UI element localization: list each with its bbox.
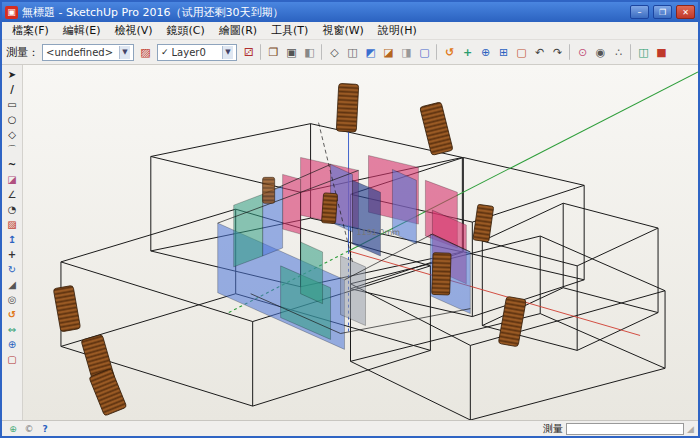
tape-measure-tool-icon[interactable]: ∠: [2, 187, 22, 202]
resize-grip[interactable]: ◢: [687, 424, 694, 434]
geolocation-icon[interactable]: ⊕: [6, 422, 20, 435]
freehand-tool-icon[interactable]: ~: [2, 157, 22, 172]
polygon-tool-icon[interactable]: ◇: [2, 127, 22, 142]
scale-tool-icon[interactable]: ◢: [2, 277, 22, 292]
monochrome-style-icon[interactable]: ◨: [398, 43, 415, 61]
pan-tool-icon[interactable]: ⇔: [2, 322, 22, 337]
status-bar: ⊕ © ? 測量 ◢: [2, 420, 698, 436]
toolbar-separator: [436, 44, 438, 60]
edit-component-icon[interactable]: ◧: [301, 43, 318, 61]
help-icon[interactable]: ?: [38, 422, 52, 435]
menu-item[interactable]: 檔案(F): [5, 22, 56, 39]
pan-icon[interactable]: +: [459, 43, 476, 61]
dice-icon[interactable]: ⚂: [240, 43, 257, 61]
zoom-icon[interactable]: ⊕: [477, 43, 494, 61]
previous-view-icon[interactable]: ↶: [531, 43, 548, 61]
measurement-label: 測量: [543, 422, 563, 436]
offset-tool-icon[interactable]: ◎: [2, 292, 22, 307]
gray-wall: [341, 256, 366, 326]
layer-combobox[interactable]: ✓ Layer0 ▼: [157, 44, 237, 61]
look-around-icon[interactable]: ◉: [592, 43, 609, 61]
red-material-icon[interactable]: ■: [653, 43, 670, 61]
paint-bucket-icon[interactable]: ▨: [137, 43, 154, 61]
paint-bucket-tool-icon[interactable]: ▨: [2, 217, 22, 232]
statusbar-icon-group: ⊕ © ?: [6, 422, 52, 435]
orbit-tool-icon[interactable]: ↺: [2, 307, 22, 322]
viewport-canvas[interactable]: 1191.0mm: [23, 65, 698, 420]
main-toolbar: 測量： <undefined> ▼ ▨ ✓ Layer0 ▼ ⚂ ❐ ▣ ◧: [2, 40, 698, 65]
minimize-button[interactable]: –: [630, 5, 649, 19]
hidden-line-style-icon[interactable]: ◫: [344, 43, 361, 61]
shaded-style-icon[interactable]: ◩: [362, 43, 379, 61]
sketchup-window: ▣ 無標題 - SketchUp Pro 2016（试用还剩30天到期） – ❐…: [0, 0, 700, 438]
menu-item[interactable]: 檢視(V): [107, 22, 159, 39]
section-plane-icon[interactable]: ◫: [635, 43, 652, 61]
walk-icon[interactable]: ∴: [610, 43, 627, 61]
layer-combobox-value: Layer0: [172, 47, 206, 58]
measurement-input[interactable]: [566, 423, 684, 435]
line-tool-icon[interactable]: /: [2, 82, 22, 97]
menu-item[interactable]: 視窗(W): [315, 22, 370, 39]
rectangle-tool-icon[interactable]: ▭: [2, 97, 22, 112]
titlebar[interactable]: ▣ 無標題 - SketchUp Pro 2016（试用还剩30天到期） – ❐…: [2, 2, 698, 22]
zoom-extents-icon[interactable]: ▢: [513, 43, 530, 61]
menu-item[interactable]: 編輯(E): [56, 22, 108, 39]
position-camera-icon[interactable]: ⊙: [574, 43, 591, 61]
toolbar-separator: [630, 44, 632, 60]
shaded-textures-style-icon[interactable]: ◪: [380, 43, 397, 61]
chevron-down-icon[interactable]: ▼: [222, 46, 233, 59]
push-pull-tool-icon[interactable]: ↥: [2, 232, 22, 247]
maximize-button[interactable]: ❐: [653, 5, 672, 19]
zoom-window-icon[interactable]: ⊞: [495, 43, 512, 61]
arc-tool-icon[interactable]: ⌒: [2, 142, 22, 157]
navy-wall: [353, 180, 381, 256]
measure-combobox[interactable]: <undefined> ▼: [42, 44, 134, 61]
measurement-tooltip: 1191.0mm: [357, 228, 401, 237]
chevron-down-icon[interactable]: ▼: [119, 46, 130, 59]
menubar: 檔案(F) 編輯(E) 檢視(V) 鏡頭(C) 繪圖(R) 工具(T) 視窗(W…: [2, 22, 698, 40]
make-group-icon[interactable]: ▣: [283, 43, 300, 61]
protractor-tool-icon[interactable]: ◔: [2, 202, 22, 217]
toolbar-icon-group: ⚂ ❐ ▣ ◧ ◇ ◫ ◩ ◪ ◨ ▢: [240, 43, 670, 61]
toolbar-separator: [569, 44, 571, 60]
menu-item[interactable]: 繪圖(R): [212, 22, 264, 39]
toolbar-separator: [260, 44, 262, 60]
menu-item[interactable]: 工具(T): [264, 22, 315, 39]
main-area: ➤ / ▭ ○ ◇ ⌒ ~ ◪ ∠ ◔ ▨ ↥: [2, 65, 698, 420]
menu-item[interactable]: 鏡頭(C): [160, 22, 212, 39]
make-component-icon[interactable]: ❐: [265, 43, 282, 61]
menu-item[interactable]: 說明(H): [371, 22, 424, 39]
orbit-icon[interactable]: ↺: [441, 43, 458, 61]
next-view-icon[interactable]: ↷: [549, 43, 566, 61]
tool-palette: ➤ / ▭ ○ ◇ ⌒ ~ ◪ ∠ ◔ ▨ ↥: [2, 65, 23, 420]
zoom-tool-icon[interactable]: ⊕: [2, 337, 22, 352]
app-icon: ▣: [5, 6, 18, 19]
xray-style-icon[interactable]: ▢: [416, 43, 433, 61]
viewport[interactable]: 1191.0mm: [23, 65, 698, 420]
measure-combobox-value: <undefined>: [46, 47, 113, 58]
zoom-extents-tool-icon[interactable]: ▢: [2, 352, 22, 367]
toolbar-separator: [321, 44, 323, 60]
eraser-tool-icon[interactable]: ◪: [2, 172, 22, 187]
close-button[interactable]: ✕: [676, 5, 695, 19]
circle-tool-icon[interactable]: ○: [2, 112, 22, 127]
move-tool-icon[interactable]: +: [2, 247, 22, 262]
select-tool-icon[interactable]: ➤: [2, 67, 22, 82]
credits-icon[interactable]: ©: [22, 422, 36, 435]
layer-visible-check-icon[interactable]: ✓: [161, 47, 169, 57]
wireframe-style-icon[interactable]: ◇: [326, 43, 343, 61]
rotate-tool-icon[interactable]: ↻: [2, 262, 22, 277]
window-title: 無標題 - SketchUp Pro 2016（试用还剩30天到期）: [22, 5, 284, 20]
measure-combo-label: 測量：: [6, 45, 39, 60]
